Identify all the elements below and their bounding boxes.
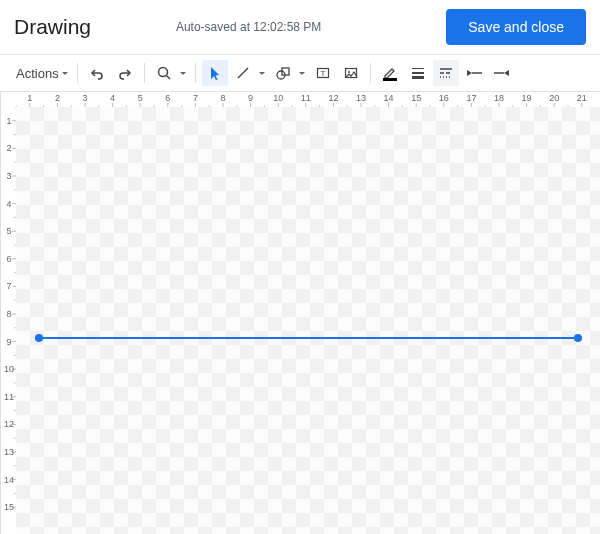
svg-text:13: 13 [4, 447, 14, 457]
line-weight-icon [409, 64, 427, 82]
separator [195, 63, 196, 83]
svg-text:4: 4 [110, 93, 115, 103]
separator [370, 63, 371, 83]
svg-text:6: 6 [6, 254, 11, 264]
undo-button[interactable] [84, 60, 110, 86]
drawing-canvas[interactable] [16, 107, 600, 534]
line-start-button[interactable] [461, 60, 487, 86]
textbox-tool[interactable]: T [310, 60, 336, 86]
line-handle-start[interactable] [35, 334, 43, 342]
svg-text:10: 10 [273, 93, 283, 103]
svg-text:5: 5 [6, 226, 11, 236]
svg-text:20: 20 [549, 93, 559, 103]
svg-text:15: 15 [411, 93, 421, 103]
svg-text:1: 1 [6, 116, 11, 126]
svg-text:7: 7 [6, 281, 11, 291]
save-and-close-button[interactable]: Save and close [446, 9, 586, 45]
image-tool[interactable] [338, 60, 364, 86]
zoom-icon [156, 65, 172, 81]
svg-text:3: 3 [6, 171, 11, 181]
svg-text:8: 8 [6, 309, 11, 319]
workspace: 123456789101112131415161718192021 123456… [0, 91, 600, 534]
svg-text:1: 1 [27, 93, 32, 103]
separator [77, 63, 78, 83]
line-color-icon [381, 64, 399, 82]
line-weight-button[interactable] [405, 60, 431, 86]
svg-text:9: 9 [6, 337, 11, 347]
svg-rect-9 [383, 78, 397, 81]
svg-line-2 [238, 68, 248, 78]
shape-tool[interactable] [270, 60, 308, 86]
actions-menu[interactable]: Actions [10, 60, 71, 86]
svg-text:16: 16 [439, 93, 449, 103]
svg-rect-10 [412, 68, 424, 69]
svg-text:6: 6 [165, 93, 170, 103]
line-dash-button[interactable] [433, 60, 459, 86]
svg-rect-12 [412, 76, 424, 79]
svg-text:17: 17 [466, 93, 476, 103]
svg-text:18: 18 [494, 93, 504, 103]
svg-text:T: T [320, 69, 325, 78]
zoom-menu[interactable] [151, 60, 189, 86]
line-color-button[interactable] [377, 60, 403, 86]
svg-point-8 [348, 71, 350, 73]
autosave-status: Auto-saved at 12:02:58 PM [51, 20, 446, 34]
svg-text:14: 14 [4, 475, 14, 485]
line-end-button[interactable] [489, 60, 515, 86]
cursor-icon [207, 65, 223, 81]
line-tool[interactable] [230, 60, 268, 86]
svg-text:7: 7 [193, 93, 198, 103]
redo-icon [117, 65, 133, 81]
svg-text:19: 19 [522, 93, 532, 103]
image-icon [343, 65, 359, 81]
svg-text:5: 5 [138, 93, 143, 103]
line-end-icon [492, 65, 512, 81]
svg-text:9: 9 [248, 93, 253, 103]
line-dash-icon [437, 64, 455, 82]
svg-line-1 [166, 76, 170, 80]
shape-icon [275, 65, 291, 81]
svg-text:12: 12 [4, 419, 14, 429]
textbox-icon: T [315, 65, 331, 81]
line-icon [235, 65, 251, 81]
line-start-icon [464, 65, 484, 81]
svg-text:13: 13 [356, 93, 366, 103]
dialog-header: Drawing Auto-saved at 12:02:58 PM Save a… [0, 0, 600, 55]
svg-text:2: 2 [55, 93, 60, 103]
svg-point-0 [158, 68, 167, 77]
svg-text:2: 2 [6, 143, 11, 153]
svg-text:12: 12 [328, 93, 338, 103]
svg-text:15: 15 [4, 502, 14, 512]
line-shape[interactable] [39, 337, 578, 339]
svg-text:14: 14 [384, 93, 394, 103]
svg-text:8: 8 [220, 93, 225, 103]
toolbar: Actions T [0, 55, 600, 91]
svg-text:4: 4 [6, 199, 11, 209]
svg-text:3: 3 [82, 93, 87, 103]
svg-text:11: 11 [4, 392, 14, 402]
svg-text:11: 11 [301, 93, 311, 103]
redo-button[interactable] [112, 60, 138, 86]
line-handle-end[interactable] [574, 334, 582, 342]
svg-rect-11 [412, 72, 424, 74]
undo-icon [89, 65, 105, 81]
svg-text:21: 21 [577, 93, 587, 103]
separator [144, 63, 145, 83]
select-tool[interactable] [202, 60, 228, 86]
svg-text:10: 10 [4, 364, 14, 374]
